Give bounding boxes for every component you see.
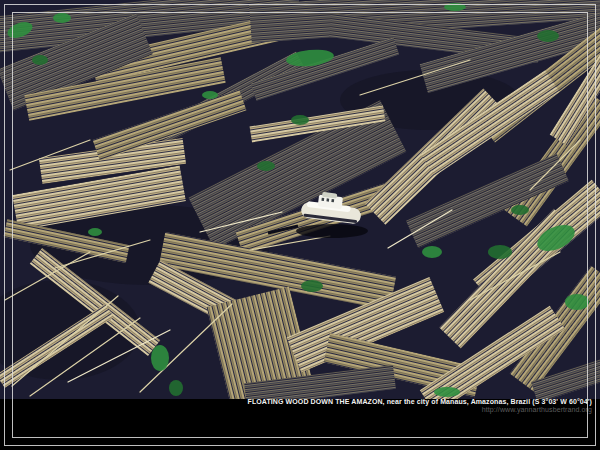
vegetation-patch — [511, 205, 529, 215]
vegetation-patch — [53, 13, 71, 23]
amazon-aerial-photo — [0, 0, 600, 399]
vegetation-patch — [88, 228, 102, 236]
caption-url: http://www.yannarthusbertrand.org — [248, 406, 592, 414]
vegetation-patch — [257, 161, 275, 171]
boat-shadow — [296, 224, 368, 238]
boat-window — [331, 199, 334, 202]
vegetation-patch — [565, 294, 589, 310]
vegetation-patch — [169, 380, 183, 396]
vegetation-patch — [444, 3, 466, 11]
vegetation-patch — [202, 91, 218, 99]
caption-title: FLOATING WOOD DOWN THE AMAZON, near the … — [248, 398, 592, 406]
vegetation-patch — [488, 245, 512, 259]
vegetation-patch — [434, 387, 460, 397]
caption: FLOATING WOOD DOWN THE AMAZON, near the … — [248, 398, 592, 414]
wallpaper: FLOATING WOOD DOWN THE AMAZON, near the … — [0, 0, 600, 450]
vegetation-patch — [291, 115, 309, 125]
vegetation-patch — [151, 345, 169, 371]
vegetation-patch — [301, 280, 323, 292]
vegetation-patch — [422, 246, 442, 258]
vegetation-patch — [537, 30, 559, 42]
boat-window — [326, 198, 329, 201]
vegetation-patch — [32, 55, 48, 65]
boat-window — [321, 198, 324, 201]
